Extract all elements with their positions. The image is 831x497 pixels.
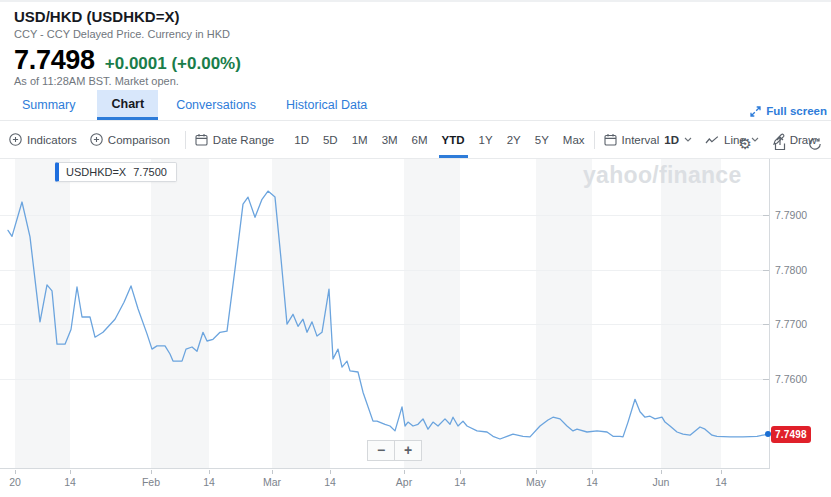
tab-summary[interactable]: Summary xyxy=(20,90,77,120)
watermark-logo: yahoo/finance xyxy=(583,162,742,189)
x-axis-label: May xyxy=(526,476,546,488)
y-tick-mark xyxy=(763,324,769,325)
range-ytd[interactable]: YTD xyxy=(439,121,468,158)
quote-subtitle: CCY - CCY Delayed Price. Currency in HKD xyxy=(14,28,817,41)
x-axis-label: 14 xyxy=(324,476,336,488)
x-axis-label: 14 xyxy=(64,476,76,488)
y-tick-mark xyxy=(763,379,769,380)
page-title: USD/HKD (USDHKD=X) xyxy=(14,7,817,26)
x-axis-label: Apr xyxy=(396,476,412,488)
x-tick-mark xyxy=(661,470,662,474)
quote-page: USD/HKD (USDHKD=X) CCY - CCY Delayed Pri… xyxy=(0,0,831,497)
x-axis-label: 14 xyxy=(203,476,215,488)
tab-conversations[interactable]: Conversations xyxy=(174,90,258,120)
interval-label: Interval xyxy=(622,134,660,146)
comparison-button[interactable]: Comparison xyxy=(90,121,170,158)
quote-header: USD/HKD (USDHKD=X) CCY - CCY Delayed Pri… xyxy=(0,2,831,88)
y-axis-label: 7.7900 xyxy=(775,209,807,221)
chart-area: USDHKD=X 7.7500 yahoo/finance − + 7.7498… xyxy=(0,159,831,497)
range-5y[interactable]: 5Y xyxy=(532,121,552,158)
comparison-label: Comparison xyxy=(108,134,170,146)
x-axis-label: Mar xyxy=(263,476,281,488)
tab-chart[interactable]: Chart xyxy=(97,90,158,120)
y-tick-mark xyxy=(763,215,769,216)
zoom-controls: − + xyxy=(367,440,422,461)
price-line-chart xyxy=(0,159,770,469)
section-tabs: Summary Chart Conversations Historical D… xyxy=(0,90,831,121)
range-1d[interactable]: 1D xyxy=(291,121,312,158)
y-axis-label: 7.7800 xyxy=(775,264,807,276)
range-3m[interactable]: 3M xyxy=(379,121,401,158)
range-6m[interactable]: 6M xyxy=(409,121,431,158)
range-max[interactable]: Max xyxy=(560,121,588,158)
date-range-button[interactable]: Date Range xyxy=(195,121,274,158)
x-tick-mark xyxy=(404,470,405,474)
interval-value: 1D xyxy=(664,134,679,146)
tab-historical-data[interactable]: Historical Data xyxy=(284,90,369,120)
price-row: 7.7498 +0.0001 (+0.00%) xyxy=(14,46,817,74)
interval-dropdown[interactable]: Interval 1D xyxy=(604,121,692,158)
x-axis-label: Jun xyxy=(653,476,670,488)
full-screen-label: Full screen xyxy=(766,105,827,117)
plus-circle-icon xyxy=(90,133,103,146)
range-5d[interactable]: 5D xyxy=(320,121,341,158)
legend-chip[interactable]: USDHKD=X 7.7500 xyxy=(55,162,177,182)
x-tick-mark xyxy=(592,470,593,474)
range-1y[interactable]: 1Y xyxy=(476,121,496,158)
x-tick-mark xyxy=(15,470,16,474)
x-tick-mark xyxy=(151,470,152,474)
toolbar-separator xyxy=(185,131,186,149)
expand-icon xyxy=(750,106,761,117)
plus-circle-icon xyxy=(9,133,22,146)
legend-value: 7.7500 xyxy=(133,166,167,178)
refresh-icon[interactable] xyxy=(808,136,822,151)
price-line xyxy=(8,191,768,439)
chart-toolbar: Indicators Comparison Date Range 1D 5D 1… xyxy=(0,121,831,159)
range-1m[interactable]: 1M xyxy=(349,121,371,158)
x-tick-mark xyxy=(209,470,210,474)
x-axis-label: 14 xyxy=(454,476,466,488)
chart-settings-group: ⚙ xyxy=(739,136,822,151)
x-axis-label: Feb xyxy=(142,476,160,488)
y-axis-label: 7.7600 xyxy=(775,373,807,385)
x-axis-label: 20 xyxy=(9,476,21,488)
full-screen-button[interactable]: Full screen xyxy=(750,105,827,117)
chevron-down-icon xyxy=(684,137,692,142)
settings-gear-icon[interactable]: ⚙ xyxy=(739,136,752,151)
x-axis-label: 14 xyxy=(715,476,727,488)
line-chart-icon xyxy=(705,135,719,145)
x-axis-label: 14 xyxy=(586,476,598,488)
y-axis-labels: 7.79007.78007.77007.7600 xyxy=(775,159,831,469)
zoom-out-button[interactable]: − xyxy=(367,440,395,461)
share-icon[interactable] xyxy=(773,136,787,151)
x-tick-mark xyxy=(272,470,273,474)
y-tick-mark xyxy=(763,270,769,271)
x-axis-labels: 2014Feb14Mar14Apr14May14Jun14 xyxy=(0,470,770,496)
x-tick-mark xyxy=(721,470,722,474)
indicators-label: Indicators xyxy=(27,134,77,146)
date-range-label: Date Range xyxy=(213,134,274,146)
calendar-icon xyxy=(604,133,617,146)
x-tick-mark xyxy=(460,470,461,474)
legend-symbol: USDHKD=X xyxy=(66,166,126,178)
calendar-icon xyxy=(195,133,208,146)
zoom-in-button[interactable]: + xyxy=(394,440,422,461)
range-2y[interactable]: 2Y xyxy=(504,121,524,158)
x-tick-mark xyxy=(536,470,537,474)
chart-plot[interactable]: USDHKD=X 7.7500 yahoo/finance − + xyxy=(0,159,770,469)
toolbar-separator xyxy=(594,131,595,149)
x-tick-mark xyxy=(330,470,331,474)
current-price: 7.7498 xyxy=(14,46,95,74)
indicators-button[interactable]: Indicators xyxy=(9,121,77,158)
y-axis-label: 7.7700 xyxy=(775,318,807,330)
x-tick-mark xyxy=(70,470,71,474)
as-of-text: As of 11:28AM BST. Market open. xyxy=(14,75,817,88)
price-change: +0.0001 (+0.00%) xyxy=(105,54,241,74)
